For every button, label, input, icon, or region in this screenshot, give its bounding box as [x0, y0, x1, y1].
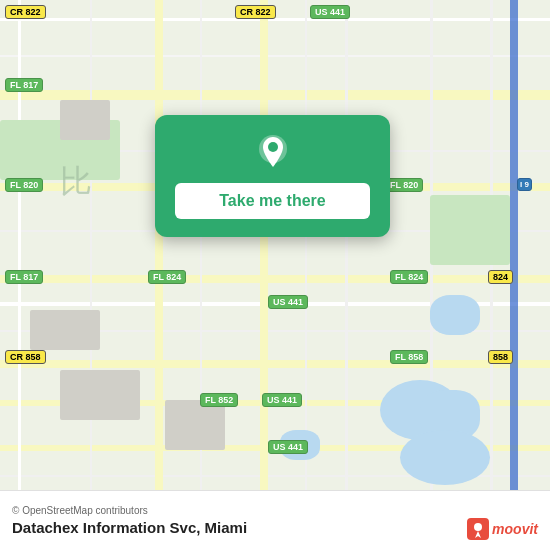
road-h5-hwy — [0, 275, 550, 283]
road-v1 — [18, 0, 21, 490]
location-name: Datachex Information Svc, Miami — [12, 519, 247, 536]
location-city: Miami — [205, 519, 248, 536]
road-v3-hwy — [155, 0, 163, 490]
road-v5 — [345, 0, 348, 490]
road-h2 — [0, 55, 550, 57]
badge-fl858: FL 858 — [390, 350, 428, 364]
location-row: Datachex Information Svc, Miami — [12, 519, 538, 536]
road-h3-hwy — [0, 90, 550, 100]
take-me-there-button[interactable]: Take me there — [175, 183, 370, 219]
park-2 — [430, 195, 510, 265]
badge-cr822a: CR 822 — [5, 5, 46, 19]
svg-point-3 — [474, 523, 482, 531]
moovit-logo-icon — [467, 518, 489, 540]
block-5 — [30, 310, 100, 350]
road-v7-interstate — [510, 0, 518, 490]
moovit-logo-text: moovit — [492, 521, 538, 537]
block-1 — [60, 100, 110, 140]
badge-fl820a: FL 820 — [385, 178, 423, 192]
badge-us441d: US 441 — [262, 393, 302, 407]
road-h1 — [0, 18, 550, 21]
water-3 — [430, 295, 480, 335]
road-h7-hwy — [0, 360, 550, 368]
road-v10 — [305, 0, 307, 490]
badge-fl824a: FL 824 — [148, 270, 186, 284]
badge-i9: I 9 — [517, 178, 532, 191]
badge-fl817a: FL 817 — [5, 78, 43, 92]
location-pin-icon — [251, 131, 295, 175]
block-2 — [60, 370, 140, 420]
badge-us441e: US 441 — [268, 440, 308, 454]
moovit-logo: moovit — [467, 518, 538, 540]
park-symbol: 比 — [60, 160, 92, 204]
badge-fl824b: FL 824 — [390, 270, 428, 284]
road-v4-hwy — [260, 0, 268, 490]
badge-cr822b: CR 822 — [235, 5, 276, 19]
block-4 — [165, 400, 225, 450]
badge-858: 858 — [488, 350, 513, 364]
map-container: 比 CR 822 CR 822 US 441 FL 817 FL 820 FL … — [0, 0, 550, 490]
badge-cr858: CR 858 — [5, 350, 46, 364]
map-attribution: © OpenStreetMap contributors — [12, 505, 538, 516]
badge-us441a: US 441 — [310, 5, 350, 19]
bottom-bar: © OpenStreetMap contributors Datachex In… — [0, 490, 550, 550]
badge-us441c: US 441 — [268, 295, 308, 309]
svg-point-1 — [268, 142, 278, 152]
badge-fl852: FL 852 — [200, 393, 238, 407]
water-4 — [400, 430, 490, 485]
location-name-text: Datachex Information Svc — [12, 519, 196, 536]
badge-824: 824 — [488, 270, 513, 284]
badge-fl817b: FL 817 — [5, 270, 43, 284]
badge-fl820b: FL 820 — [5, 178, 43, 192]
popup-card: Take me there — [155, 115, 390, 237]
